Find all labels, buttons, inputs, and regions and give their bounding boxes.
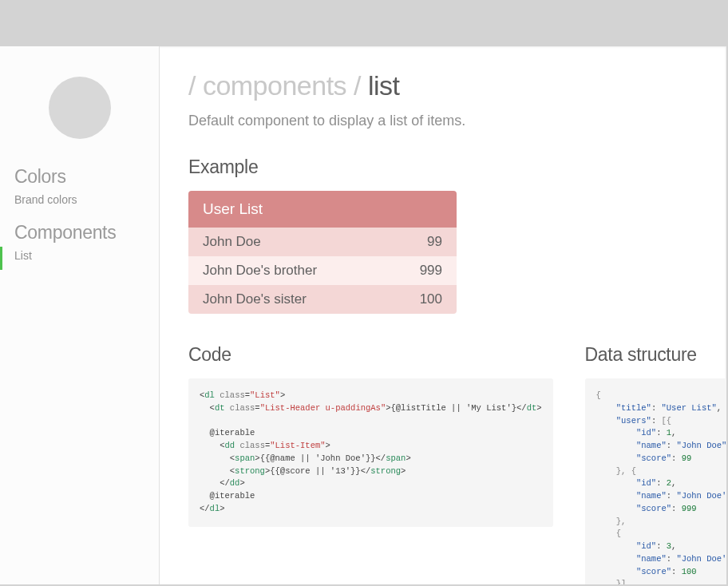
code-block: <dl class="List"> <dt class="List-Header… — [188, 378, 553, 527]
main-content: / components / list Default component to… — [160, 46, 726, 584]
sidebar-item-list[interactable]: List — [0, 247, 159, 270]
list-header: User List — [188, 191, 457, 228]
section-title-example: Example — [188, 156, 698, 178]
sidebar-item-brand-colors[interactable]: Brand colors — [0, 191, 159, 214]
breadcrumb-current: list — [368, 70, 400, 101]
app-panel: Colors Brand colors Components List / co… — [0, 46, 726, 584]
sidebar-heading-components[interactable]: Components — [0, 222, 159, 247]
example-list: User List John Doe 99 John Doe's brother… — [188, 191, 457, 314]
list-item: John Doe's sister 100 — [188, 285, 457, 314]
section-title-code: Code — [188, 344, 553, 366]
sidebar-heading-colors[interactable]: Colors — [0, 166, 159, 191]
list-item-name: John Doe — [203, 234, 261, 250]
breadcrumb-prefix: / components / — [188, 70, 368, 101]
avatar — [49, 77, 111, 139]
breadcrumb: / components / list — [188, 70, 698, 101]
top-bar — [0, 0, 728, 46]
list-item-name: John Doe's sister — [203, 291, 307, 307]
list-item-score: 100 — [420, 291, 442, 307]
page-description: Default component to display a list of i… — [188, 113, 698, 129]
data-structure-block: { "title": "User List", "users": [{ "id"… — [585, 378, 726, 584]
list-item-name: John Doe's brother — [203, 263, 317, 279]
section-title-data: Data structure — [585, 344, 726, 366]
list-item-score: 99 — [427, 234, 442, 250]
sidebar: Colors Brand colors Components List — [0, 46, 160, 584]
list-item-score: 999 — [420, 263, 442, 279]
list-item: John Doe's brother 999 — [188, 256, 457, 285]
list-item: John Doe 99 — [188, 228, 457, 256]
